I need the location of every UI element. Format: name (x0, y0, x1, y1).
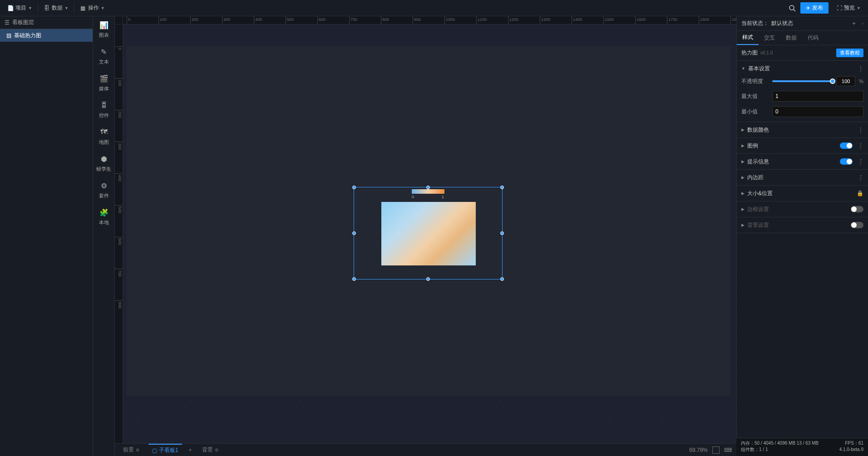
tab-subboard[interactable]: ▢子看板1 (148, 444, 182, 456)
chevron-right-icon: ▶ (741, 175, 745, 180)
app-version: 4.1.0-beta.9 (839, 446, 863, 453)
tab-interact[interactable]: 交互 (759, 31, 780, 45)
heatmap-legend-icon (412, 189, 444, 194)
ruler-tick: 1100 (476, 16, 487, 25)
layer-panel: ☰ 看板图层 ▤ 基础热力图 (0, 16, 93, 456)
min-label: 最小值 (741, 108, 769, 116)
ruler-tick: 600 (115, 237, 123, 245)
section-tooltip-header[interactable]: ▶ 提示信息 ⋮ (737, 154, 868, 169)
border-toggle[interactable] (851, 206, 863, 212)
search-icon[interactable] (789, 5, 796, 12)
publish-button[interactable]: ✈ 发布 (800, 2, 829, 14)
resize-handle-nw[interactable] (352, 186, 356, 189)
section-bg: ▶ 背景设置 (737, 217, 868, 233)
preview-button[interactable]: ⛶ 预览 ▼ (833, 2, 864, 14)
ruler-tick: 400 (115, 173, 123, 181)
row-min: 最小值 (741, 106, 863, 117)
section-title: 边框设置 (747, 206, 769, 213)
layer-item-heatmap[interactable]: ▤ 基础热力图 (0, 29, 93, 42)
palette-label: 套件 (99, 192, 109, 199)
more-icon[interactable]: ⋮ (858, 127, 863, 133)
slider-knob[interactable] (830, 78, 835, 84)
tutorial-button[interactable]: 查看教程 (836, 49, 863, 57)
tab-code[interactable]: 代码 (802, 31, 824, 45)
divider (74, 4, 74, 12)
ruler-tick: 1400 (572, 16, 582, 25)
opacity-slider[interactable] (772, 80, 833, 82)
section-title: 数据颜色 (747, 126, 769, 134)
tooltip-toggle[interactable] (840, 158, 853, 165)
section-border-header[interactable]: ▶ 边框设置 (737, 201, 868, 217)
component-palette: 📊图表 ✎文本 🎬媒体 🎛控件 🗺地图 ⬢鲸孪生 ⚙套件 🧩本地 (93, 16, 115, 456)
palette-twin[interactable]: ⬢鲸孪生 (96, 154, 111, 172)
layer-panel-title: 看板图层 (12, 19, 34, 26)
lock-icon[interactable]: 🔒 (857, 190, 863, 196)
palette-control[interactable]: 🎛控件 (99, 100, 109, 119)
resize-handle-sw[interactable] (352, 277, 356, 281)
tab-data[interactable]: 数据 (780, 31, 802, 45)
ops-menu-label: 操作 (88, 4, 99, 12)
ruler-tick: 0 (127, 16, 130, 25)
control-icon: 🎛 (99, 100, 109, 110)
resize-handle-se[interactable] (500, 277, 504, 281)
ruler-tick: 1700 (667, 16, 677, 25)
selection-box[interactable]: 0 1 (354, 187, 503, 279)
chevron-right-icon[interactable]: › (862, 21, 863, 26)
more-icon[interactable]: ⋮ (858, 158, 863, 165)
resize-handle-n[interactable] (426, 186, 430, 189)
board-icon: ▢ (152, 447, 157, 454)
palette-chart[interactable]: 📊图表 (99, 20, 109, 39)
data-menu[interactable]: 🗄 数据 ▼ (40, 2, 72, 14)
legend-toggle[interactable] (840, 142, 853, 149)
dashboard-board[interactable]: 0 1 (127, 46, 730, 396)
palette-label: 地图 (99, 139, 109, 146)
tab-background[interactable]: 背景⊕ (198, 444, 222, 456)
min-input[interactable] (772, 106, 863, 117)
resize-handle-e[interactable] (500, 231, 504, 235)
component-version: v0.1.0 (760, 50, 773, 55)
section-bg-header[interactable]: ▶ 背景设置 (737, 217, 868, 233)
section-size-pos-header[interactable]: ▶ 大小&位置 🔒 (737, 186, 868, 201)
ruler-corner (115, 16, 123, 25)
add-tab-button[interactable]: ＋ (187, 446, 193, 454)
ruler-tick: 700 (115, 269, 123, 277)
zoom-value: 69.79% (689, 447, 708, 453)
add-state-icon[interactable]: ＋ (851, 20, 857, 27)
section-tooltip: ▶ 提示信息 ⋮ (737, 154, 868, 170)
palette-kit[interactable]: ⚙套件 (99, 181, 109, 199)
fit-screen-icon[interactable] (712, 446, 720, 454)
plus-icon[interactable]: ⊕ (136, 447, 139, 452)
ruler-tick: 400 (254, 16, 262, 25)
palette-map[interactable]: 🗺地图 (99, 127, 109, 146)
resize-handle-ne[interactable] (500, 186, 504, 189)
palette-label: 图表 (99, 32, 109, 39)
max-input[interactable] (772, 91, 863, 102)
palette-local[interactable]: 🧩本地 (99, 207, 109, 226)
section-data-color-header[interactable]: ▶ 数据颜色 ⋮ (737, 122, 868, 137)
ops-menu[interactable]: ▦ 操作 ▼ (76, 2, 108, 14)
palette-text[interactable]: ✎文本 (99, 47, 109, 65)
section-basic-header[interactable]: ▼ 基本设置 ⋮ (737, 61, 868, 76)
canvas-stage[interactable]: 0 1 (123, 25, 736, 443)
ruler-tick: 200 (115, 110, 123, 118)
project-menu[interactable]: 📄 项目 ▼ (4, 2, 36, 14)
chevron-down-icon: ▼ (64, 6, 69, 10)
keyboard-icon[interactable]: ⌨ (724, 447, 732, 453)
palette-media[interactable]: 🎬媒体 (99, 74, 109, 92)
resize-handle-w[interactable] (352, 231, 356, 235)
tab-style[interactable]: 样式 (737, 31, 759, 45)
resize-handle-s[interactable] (426, 277, 430, 281)
more-icon[interactable]: ⋮ (858, 174, 863, 181)
section-padding-header[interactable]: ▶ 内边距 ⋮ (737, 170, 868, 185)
opacity-input[interactable] (836, 76, 855, 86)
tab-foreground[interactable]: 前景⊕ (119, 444, 143, 456)
section-legend-header[interactable]: ▶ 图例 ⋮ (737, 138, 868, 153)
bg-toggle[interactable] (851, 222, 863, 228)
ruler-tick: 800 (115, 300, 123, 309)
more-icon[interactable]: ⋮ (858, 65, 863, 72)
ruler-tick: 700 (349, 16, 357, 25)
section-data-color: ▶ 数据颜色 ⋮ (737, 122, 868, 138)
more-icon[interactable]: ⋮ (858, 142, 863, 149)
project-menu-label: 项目 (15, 4, 26, 12)
plus-icon[interactable]: ⊕ (215, 447, 218, 452)
